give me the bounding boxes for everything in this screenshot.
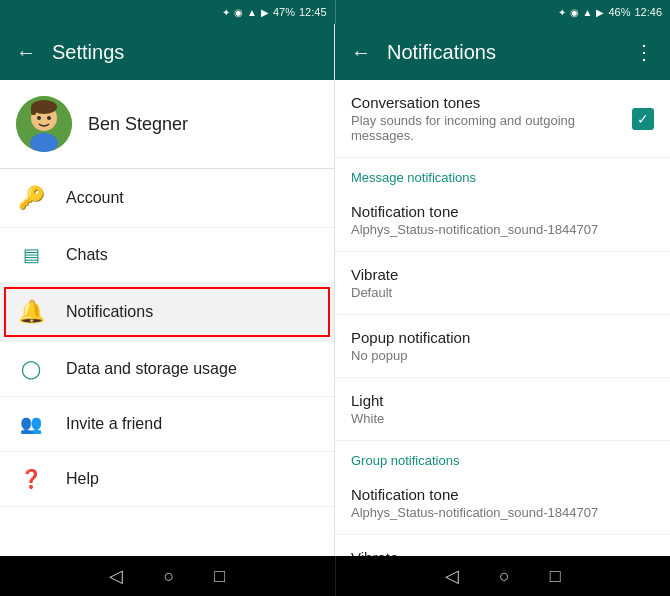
group-notifications-header: Group notifications [335,441,670,472]
left-back-nav-button[interactable]: ◁ [109,565,123,587]
svg-rect-3 [31,107,36,115]
svg-point-5 [47,116,51,120]
right-home-nav-button[interactable]: ○ [499,566,510,587]
right-status-bar: ✦ ◉ ▲ ▶ 46% 12:46 [336,0,671,24]
conversation-tones-checkbox[interactable]: ✓ [632,108,654,130]
right-recent-nav-button[interactable]: □ [550,566,561,587]
msg-popup-label: Popup notification [351,329,654,346]
more-options-icon[interactable]: ⋮ [634,40,654,64]
msg-notification-tone-item[interactable]: Notification tone Alphys_Status-notifica… [335,189,670,252]
grp-notification-tone-text: Notification tone Alphys_Status-notifica… [351,486,654,520]
msg-vibrate-text: Vibrate Default [351,266,654,300]
left-home-nav-button[interactable]: ○ [163,566,174,587]
profile-section[interactable]: Ben Stegner [0,80,334,169]
msg-vibrate-label: Vibrate [351,266,654,283]
right-back-nav-button[interactable]: ◁ [445,565,459,587]
grp-vibrate-item[interactable]: Vibrate Default [335,535,670,556]
r-key-icon: ◉ [570,7,579,18]
right-back-icon[interactable]: ← [351,41,371,64]
right-header: ← Notifications ⋮ [335,24,670,80]
signal-icon: ▶ [261,7,269,18]
msg-light-text: Light White [351,392,654,426]
right-title: Notifications [387,41,618,64]
conversation-tones-label: Conversation tones [351,94,632,111]
left-panel: ← Settings [0,24,335,556]
right-panel: ← Notifications ⋮ Conversation tones Pla… [335,24,670,556]
help-label: Help [66,470,99,488]
left-nav-bar: ◁ ○ □ [0,556,336,596]
r-bluetooth-icon: ✦ [558,7,566,18]
settings-title: Settings [52,41,124,64]
left-header: ← Settings [0,24,334,80]
key-icon: ◉ [234,7,243,18]
right-battery: 46% [608,6,630,18]
msg-popup-sub: No popup [351,348,654,363]
notifications-label: Notifications [66,303,153,321]
r-wifi-icon: ▲ [583,7,593,18]
msg-light-item[interactable]: Light White [335,378,670,441]
msg-popup-item[interactable]: Popup notification No popup [335,315,670,378]
sidebar-item-help[interactable]: ❓ Help [0,452,334,507]
msg-vibrate-sub: Default [351,285,654,300]
help-icon: ❓ [16,468,46,490]
left-status-bar: ✦ ◉ ▲ ▶ 47% 12:45 [0,0,336,24]
invite-icon: 👥 [16,413,46,435]
message-notifications-header: Message notifications [335,158,670,189]
active-highlight-border [4,287,330,337]
grp-notification-tone-label: Notification tone [351,486,654,503]
avatar [16,96,72,152]
data-label: Data and storage usage [66,360,237,378]
sidebar-item-account[interactable]: 🔑 Account [0,169,334,228]
msg-vibrate-item[interactable]: Vibrate Default [335,252,670,315]
profile-name: Ben Stegner [88,114,188,135]
sidebar-item-data-storage[interactable]: ◯ Data and storage usage [0,342,334,397]
conversation-tones-sub: Play sounds for incoming and outgoing me… [351,113,632,143]
grp-notification-tone-item[interactable]: Notification tone Alphys_Status-notifica… [335,472,670,535]
account-label: Account [66,189,124,207]
msg-notification-tone-label: Notification tone [351,203,654,220]
msg-popup-text: Popup notification No popup [351,329,654,363]
conversation-tones-item[interactable]: Conversation tones Play sounds for incom… [335,80,670,158]
notifications-icon: 🔔 [16,299,46,325]
wifi-icon: ▲ [247,7,257,18]
sidebar-item-notifications[interactable]: 🔔 Notifications [0,283,334,342]
sidebar-item-chats[interactable]: ▤ Chats [0,228,334,283]
grp-vibrate-text: Vibrate Default [351,549,654,556]
chats-icon: ▤ [16,244,46,266]
grp-notification-tone-sub: Alphys_Status-notification_sound-1844707 [351,505,654,520]
msg-notification-tone-text: Notification tone Alphys_Status-notifica… [351,203,654,237]
msg-notification-tone-sub: Alphys_Status-notification_sound-1844707 [351,222,654,237]
back-icon[interactable]: ← [16,41,36,64]
data-icon: ◯ [16,358,46,380]
bluetooth-icon: ✦ [222,7,230,18]
account-icon: 🔑 [16,185,46,211]
checkmark-icon: ✓ [637,111,649,127]
sidebar-item-invite[interactable]: 👥 Invite a friend [0,397,334,452]
right-content: Conversation tones Play sounds for incom… [335,80,670,556]
invite-label: Invite a friend [66,415,162,433]
left-time: 12:45 [299,6,327,18]
left-battery: 47% [273,6,295,18]
svg-point-4 [37,116,41,120]
left-recent-nav-button[interactable]: □ [214,566,225,587]
right-nav-bar: ◁ ○ □ [336,556,671,596]
chats-label: Chats [66,246,108,264]
conversation-tones-text: Conversation tones Play sounds for incom… [351,94,632,143]
right-time: 12:46 [634,6,662,18]
grp-vibrate-label: Vibrate [351,549,654,556]
msg-light-sub: White [351,411,654,426]
msg-light-label: Light [351,392,654,409]
r-signal-icon: ▶ [596,7,604,18]
